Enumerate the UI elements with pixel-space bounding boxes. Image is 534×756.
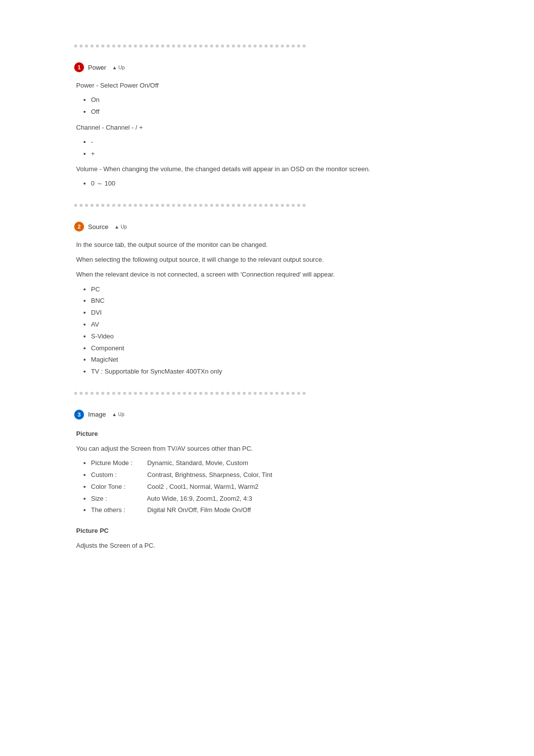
dot [123, 45, 126, 47]
dot [167, 204, 170, 207]
dot [243, 45, 246, 47]
picture-mode-label: Picture Mode : [91, 458, 145, 469]
section-content-image: Picture You can adjust the Screen from T… [74, 428, 490, 551]
color-tone-value: Cool2 , Cool1, Normal, Warm1, Warm2 [147, 483, 259, 490]
dot [243, 392, 246, 395]
dot [74, 392, 77, 395]
custom-value: Contrast, Brightness, Sharpness, Color, … [147, 471, 272, 478]
dot [210, 45, 213, 47]
dot [221, 45, 224, 47]
dot [112, 392, 115, 395]
dot [248, 45, 251, 47]
channel-label: Channel - Channel - / + [76, 122, 490, 133]
divider-lower [44, 392, 490, 395]
list-item: Picture Mode : Dynamic, Standard, Movie,… [91, 458, 490, 469]
dot [161, 392, 164, 395]
dot [85, 204, 88, 207]
section-title-power: Power [88, 64, 106, 71]
dot [275, 392, 278, 395]
list-item: MagicNet [91, 355, 490, 365]
divider-top [44, 45, 490, 47]
dot [112, 45, 115, 47]
color-tone-label: Color Tone : [91, 482, 145, 492]
section-title-image: Image [88, 411, 106, 418]
section-header-power: 1 Power ▲ Up [74, 62, 490, 72]
section-up-power[interactable]: ▲ Up [112, 65, 125, 70]
others-label: The others : [91, 505, 145, 516]
dot [161, 45, 164, 47]
list-item: 0 ～ 100 [91, 179, 490, 189]
section-number-image: 3 [74, 410, 84, 420]
dot [107, 392, 110, 395]
page-container: 1 Power ▲ Up Power - Select Power On/Off… [44, 0, 490, 596]
section-up-image[interactable]: ▲ Up [112, 412, 124, 417]
dot [145, 204, 148, 207]
dot [161, 204, 164, 207]
dot [194, 204, 197, 207]
list-item: S-Video [91, 331, 490, 342]
list-item: Custom : Contrast, Brightness, Sharpness… [91, 470, 490, 480]
section-header-image: 3 Image ▲ Up [74, 410, 490, 420]
dot [232, 45, 235, 47]
dot [156, 45, 159, 47]
channel-options-list: - + [76, 137, 490, 159]
dot [259, 392, 262, 395]
dot [118, 204, 121, 207]
list-item: PC [91, 284, 490, 295]
dot [281, 204, 284, 207]
dot [172, 204, 175, 207]
dot [80, 204, 83, 207]
dot [139, 204, 142, 207]
dot [90, 45, 93, 47]
dot [216, 45, 219, 47]
picture-subtitle: Picture [76, 428, 490, 439]
dot [188, 392, 191, 395]
dot [286, 204, 289, 207]
list-item: AV [91, 320, 490, 330]
dot [85, 392, 88, 395]
dot [265, 392, 267, 395]
dot [134, 204, 137, 207]
dot [292, 392, 295, 395]
source-desc-3: When the relevant device is not connecte… [76, 269, 490, 280]
list-item: TV : Supportable for SyncMaster 400TXn o… [91, 367, 490, 377]
dot [183, 45, 186, 47]
dot [129, 204, 132, 207]
dot [275, 45, 278, 47]
dot [145, 45, 148, 47]
dot [205, 204, 208, 207]
dot [156, 392, 159, 395]
dot [90, 204, 93, 207]
dot [129, 45, 132, 47]
list-item: BNC [91, 296, 490, 306]
dot [150, 45, 153, 47]
dot [188, 204, 191, 207]
dot [96, 392, 99, 395]
dot [243, 204, 246, 207]
dot [221, 392, 224, 395]
dot [286, 392, 289, 395]
list-item: The others : Digital NR On/Off, Film Mod… [91, 505, 490, 516]
dot [101, 392, 104, 395]
dot [281, 45, 284, 47]
dot [297, 204, 300, 207]
dot [101, 204, 104, 207]
dot [232, 204, 235, 207]
volume-options-list: 0 ～ 100 [76, 179, 490, 189]
dot [210, 204, 213, 207]
source-desc-1: In the source tab, the output source of … [76, 239, 490, 250]
dot [139, 45, 142, 47]
dot [259, 204, 262, 207]
dot [178, 392, 180, 395]
custom-label: Custom : [91, 470, 145, 480]
list-item: Component [91, 343, 490, 354]
section-up-source[interactable]: ▲ Up [114, 224, 127, 230]
dot [259, 45, 262, 47]
dot [129, 392, 132, 395]
dot [74, 45, 77, 47]
dot [172, 392, 175, 395]
divider-dots-1 [74, 45, 306, 47]
divider-middle [44, 204, 490, 207]
dot [303, 204, 306, 207]
dot [297, 45, 300, 47]
